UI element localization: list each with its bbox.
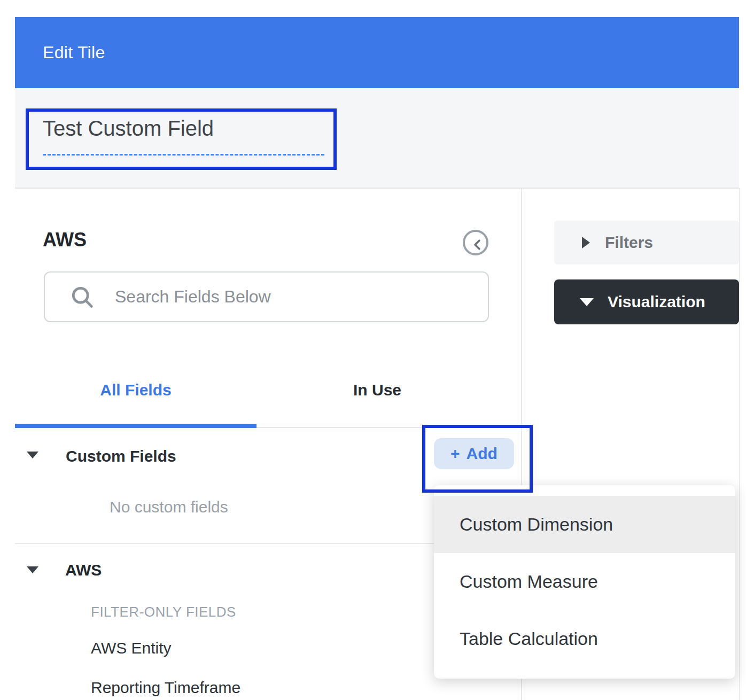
tab-in-use[interactable]: In Use xyxy=(257,374,498,406)
section-aws[interactable]: AWS xyxy=(65,561,102,579)
menu-item-table-calculation[interactable]: Table Calculation xyxy=(434,610,735,667)
search-placeholder: Search Fields Below xyxy=(115,273,271,321)
dialog-right-border xyxy=(739,188,740,700)
dialog-header: Edit Tile xyxy=(15,17,739,88)
chevron-left-icon xyxy=(469,236,487,254)
caret-down-icon[interactable] xyxy=(27,566,38,573)
edit-tile-dialog: Edit Tile Test Custom Field AWS Search F… xyxy=(0,0,746,700)
chevron-down-icon xyxy=(580,298,594,306)
caret-down-icon[interactable] xyxy=(27,452,38,458)
active-tab-underline xyxy=(15,424,257,428)
add-custom-field-button[interactable]: + Add xyxy=(434,438,514,469)
filter-only-fields-header: FILTER-ONLY FIELDS xyxy=(91,604,236,620)
visualization-label: Visualization xyxy=(608,293,705,311)
search-icon xyxy=(68,283,96,311)
search-input[interactable]: Search Fields Below xyxy=(44,271,489,322)
no-custom-fields-text: No custom fields xyxy=(110,498,228,516)
field-reporting-timeframe[interactable]: Reporting Timeframe xyxy=(91,679,240,697)
explore-heading: AWS xyxy=(43,229,87,251)
field-aws-entity[interactable]: AWS Entity xyxy=(91,639,172,657)
filters-label: Filters xyxy=(605,234,653,252)
menu-item-custom-measure[interactable]: Custom Measure xyxy=(434,553,735,610)
dialog-title: Edit Tile xyxy=(43,17,105,88)
add-field-menu: Custom Dimension Custom Measure Table Ca… xyxy=(434,485,735,679)
menu-item-custom-dimension[interactable]: Custom Dimension xyxy=(434,496,735,553)
tab-all-fields[interactable]: All Fields xyxy=(15,374,257,406)
tile-name-dashed-underline xyxy=(43,154,324,155)
visualization-section-toggle[interactable]: Visualization xyxy=(554,279,739,324)
section-custom-fields[interactable]: Custom Fields xyxy=(66,447,176,465)
add-button-label: Add xyxy=(467,445,498,463)
chevron-right-icon xyxy=(582,237,590,248)
tile-name-input[interactable]: Test Custom Field xyxy=(43,116,214,141)
collapse-panel-button[interactable] xyxy=(463,230,488,255)
filters-section-toggle[interactable]: Filters xyxy=(554,221,739,265)
plus-icon: + xyxy=(450,445,460,463)
